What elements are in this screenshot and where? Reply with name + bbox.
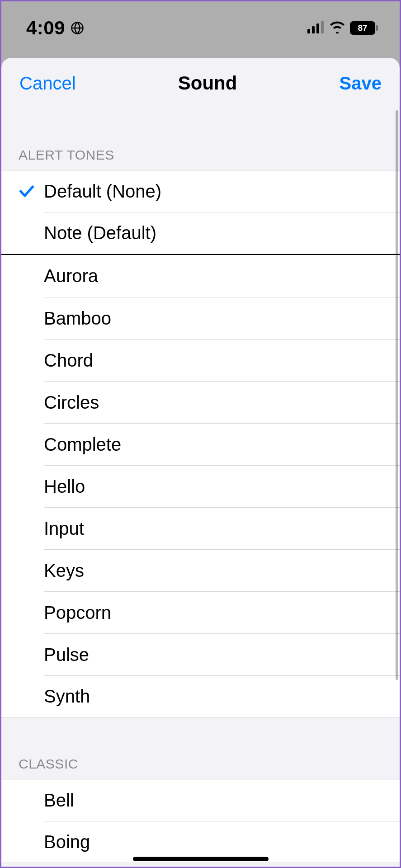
- tone-row-default-none[interactable]: Default (None): [1, 170, 400, 212]
- tone-label: Keys: [44, 561, 84, 581]
- save-button[interactable]: Save: [340, 73, 382, 94]
- location-globe-icon: [71, 21, 84, 35]
- tone-row-chord[interactable]: Chord: [1, 339, 400, 381]
- svg-rect-1: [307, 29, 310, 33]
- classic-tones-group: Bell Boing: [1, 779, 400, 863]
- home-indicator[interactable]: [133, 857, 269, 861]
- tone-row-hello[interactable]: Hello: [1, 465, 400, 507]
- tone-row-pulse[interactable]: Pulse: [1, 633, 400, 675]
- tone-label: Synth: [44, 686, 90, 707]
- tone-row-bell[interactable]: Bell: [1, 779, 400, 821]
- phone-background: 4:09: [1, 1, 400, 867]
- modal-sheet: Cancel Sound Save ALERT TONES Default (N…: [1, 58, 400, 867]
- scrollbar-thumb[interactable]: [396, 110, 398, 680]
- tone-row-circles[interactable]: Circles: [1, 381, 400, 423]
- section-header-classic: CLASSIC: [1, 717, 400, 779]
- status-time: 4:09: [26, 17, 65, 39]
- status-right: 87: [307, 21, 378, 35]
- alert-tones-group: Default (None) Note (Default): [1, 170, 400, 254]
- tone-row-keys[interactable]: Keys: [1, 549, 400, 591]
- device-frame: 4:09: [0, 0, 401, 868]
- cancel-button[interactable]: Cancel: [19, 73, 76, 94]
- tone-label: Note (Default): [44, 223, 156, 243]
- tone-label: Complete: [44, 434, 121, 455]
- battery-icon: 87: [350, 21, 378, 35]
- wifi-icon: [329, 21, 345, 35]
- sheet-header: Cancel Sound Save: [1, 58, 400, 107]
- tone-row-aurora[interactable]: Aurora: [1, 255, 400, 297]
- tone-label: Chord: [44, 350, 93, 371]
- tone-label: Pulse: [44, 645, 89, 665]
- cellular-signal-icon: [307, 21, 325, 35]
- status-bar: 4:09: [1, 1, 400, 58]
- tone-label: Aurora: [44, 266, 98, 286]
- tone-label: Input: [44, 519, 84, 539]
- tone-row-complete[interactable]: Complete: [1, 423, 400, 465]
- svg-rect-2: [312, 26, 315, 33]
- tone-label: Popcorn: [44, 603, 111, 623]
- tone-label: Hello: [44, 476, 85, 497]
- tone-row-popcorn[interactable]: Popcorn: [1, 591, 400, 633]
- svg-rect-4: [321, 21, 324, 33]
- tone-row-note-default[interactable]: Note (Default): [1, 212, 400, 254]
- section-header-alert-tones: ALERT TONES: [1, 107, 400, 170]
- sheet-title: Sound: [178, 72, 237, 94]
- tone-label: Bell: [44, 790, 74, 811]
- checkmark-icon: [18, 182, 44, 200]
- alert-tones-list: Aurora Bamboo Chord Circles: [1, 255, 400, 717]
- tone-row-input[interactable]: Input: [1, 507, 400, 549]
- tone-row-synth[interactable]: Synth: [1, 675, 400, 717]
- status-left: 4:09: [26, 17, 84, 39]
- tone-label: Bamboo: [44, 308, 111, 329]
- svg-rect-3: [316, 24, 319, 33]
- tone-list-scroll[interactable]: ALERT TONES Default (None) Note (Default…: [1, 107, 400, 867]
- battery-percent: 87: [358, 23, 367, 33]
- tone-label: Boing: [44, 832, 90, 852]
- tone-label: Default (None): [44, 181, 161, 202]
- tone-row-bamboo[interactable]: Bamboo: [1, 297, 400, 339]
- tone-label: Circles: [44, 392, 99, 413]
